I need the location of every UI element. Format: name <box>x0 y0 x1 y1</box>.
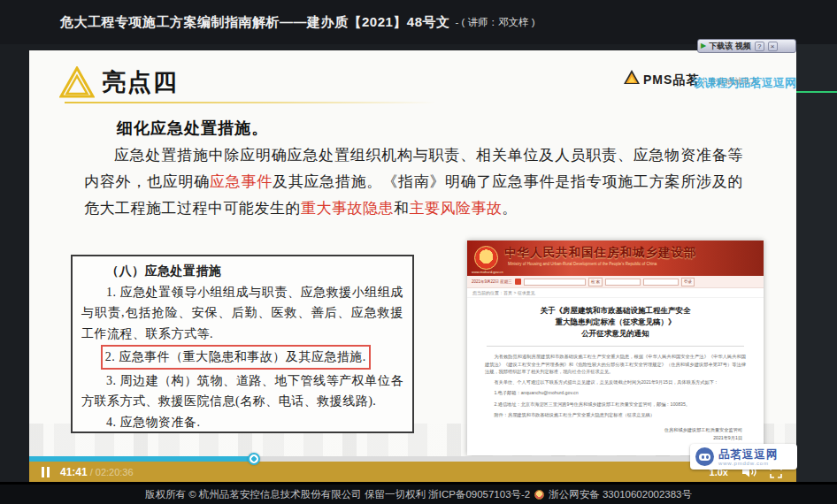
seek-bar[interactable] <box>29 456 796 462</box>
gov-password-input <box>643 279 679 286</box>
gov-username-input <box>605 279 641 286</box>
box-item-1: 1. 应急处置领导小组组成与职责、应急救援小组组成与职责,包括抢险、安保、后勤、… <box>81 282 403 345</box>
gov-doc-title-line: 关于《房屋建筑和市政基础设施工程生产安全 <box>485 305 746 317</box>
green-divider <box>796 91 837 93</box>
gov-search-button: 检 索 <box>588 278 603 286</box>
download-toolbar[interactable]: ▶ 下载该 视频 ? × <box>697 39 796 53</box>
progress-handle[interactable] <box>248 453 260 465</box>
highlight-header: 亮点四 <box>59 66 449 103</box>
gov-doc-title-line: 公开征求意见的通知 <box>485 328 746 340</box>
player-controls: 41:41 / 02:20:36 1.0x <box>29 462 796 482</box>
course-watermark: 该课程为品茗逗逗网ww <box>693 75 796 91</box>
gov-breadcrumb: 您当前的位置：首页 > 征求意见 <box>467 288 764 298</box>
pmddw-url: www.pmddw.com <box>718 461 779 466</box>
doc-divider <box>487 346 744 347</box>
app-window: 危大工程专项施工方案编制指南解析——建办质【2021】48号文 - ( 讲师：邓… <box>0 0 837 504</box>
paragraph-red-term: 主要风险事故 <box>410 200 503 217</box>
mohurd-toolbar: 2021年9月22日 星期三 检 索 登录 <box>467 276 764 288</box>
gov-doc-title-line: 重大隐患判定标准（征求意见稿）》 <box>485 317 746 328</box>
section-heading: 细化应急处置措施。 <box>117 118 268 139</box>
gov-doc-paragraph: 为有效防范和遏制房屋建筑和市政基础设施工程生产安全重大隐患，根据《中华人民共和国… <box>485 353 746 376</box>
gov-doc-signature: 住房和城乡建设部工程质量安全监管司 <box>485 427 746 433</box>
brand-name: PMS品茗 <box>643 73 699 88</box>
copyright-text: 版权所有 © 杭州品茗安控信息技术股份有限公司 保留一切权利 浙ICP备0905… <box>145 488 530 501</box>
download-video-button[interactable]: 下载该 视频 <box>709 41 751 52</box>
box-heading: （八）应急处置措施 <box>81 261 403 282</box>
pmddw-mascot-icon <box>695 447 714 466</box>
box-item-4: 4. 应急物资准备. <box>81 412 403 433</box>
police-badge-icon <box>534 490 544 500</box>
video-instructor: - ( 讲师：邓文梓 ) <box>456 16 535 29</box>
gov-search-icon <box>515 279 521 285</box>
gov-doc-attachment: 附件：房屋建筑和市政基础设施工程生产安全重大隐患判定标准（征求意见稿） <box>485 411 746 419</box>
help-button[interactable]: ? <box>755 42 764 51</box>
paragraph-segment: 。 <box>503 200 518 217</box>
paragraph-segment: 和 <box>394 200 410 217</box>
gov-doc-email: 1.电子邮箱：anquanchu@mohurd.gov.cn <box>485 389 746 397</box>
ministry-title: 中华人民共和国住房和城乡建设部 <box>504 245 697 261</box>
video-title: 危大工程专项施工方案编制指南解析——建办质【2021】48号文 <box>60 14 450 31</box>
gov-doc-paragraph: 有关单位、个人可通过以下联系方式提出意见建议，意见反馈截止时间为2021年9月1… <box>485 378 746 386</box>
pms-triangle-icon <box>624 70 640 84</box>
footer-bar: 版权所有 © 杭州品茗安控信息技术股份有限公司 保留一切权利 浙ICP备0905… <box>0 485 837 504</box>
highlight-underline <box>65 102 436 103</box>
current-time: 41:41 <box>60 466 88 478</box>
paragraph-red-term: 重大事故隐患 <box>301 200 394 217</box>
pause-button[interactable] <box>42 467 50 477</box>
mohurd-banner: 中华人民共和国住房和城乡建设部 Ministry of Housing and … <box>467 241 764 276</box>
box-item-2-highlighted: 2. 应急事件（重大隐患和事故）及其应急措施. <box>101 345 371 370</box>
time-separator: / <box>90 467 93 477</box>
pmddw-name: 品茗逗逗网 <box>718 448 779 461</box>
highlight-title: 亮点四 <box>102 66 179 98</box>
gov-doc-body: 关于《房屋建筑和市政基础设施工程生产安全 重大隐患判定标准（征求意见稿）》 公开… <box>467 298 764 441</box>
title-bar: 危大工程专项施工方案编制指南解析——建办质【2021】48号文 - ( 讲师：邓… <box>0 0 837 44</box>
slide-paragraph: 应急处置措施中除应明确应急处置组织机构与职责、相关单位及人员职责、应急物资准备等… <box>84 142 743 222</box>
gov-search-input <box>524 279 586 286</box>
gov-document-image: 中华人民共和国住房和城乡建设部 Ministry of Housing and … <box>467 241 764 455</box>
close-button[interactable]: × <box>768 42 778 51</box>
box-item-2-text: 2. 应急事件（重大隐患和事故）及其应急措施. <box>105 350 366 363</box>
play-icon: ▶ <box>701 42 706 50</box>
ministry-url: www.mohurd.gov.cn <box>472 270 503 274</box>
gov-login-button: 登录 <box>681 278 695 286</box>
highlight-triangle-icon <box>59 66 95 98</box>
total-duration: 02:20:36 <box>96 467 134 477</box>
gov-doc-date: 2021年9月1日 <box>485 435 746 441</box>
emergency-measures-box: （八）应急处置措施 1. 应急处置领导小组组成与职责、应急救援小组组成与职责,包… <box>71 255 414 433</box>
video-player-area[interactable]: PMS品茗 | 专业成就非凡 该课程为品茗逗逗网ww 亮点四 细化应急处置措施。… <box>29 50 796 482</box>
box-item-3: 3. 周边建（构）筑物、道路、地下管线等产权单位各方联系方式、救援医院信息(名称… <box>81 370 403 412</box>
toolbar-date: 2021年9月22日 星期三 <box>472 279 512 284</box>
right-panel <box>796 44 837 482</box>
police-record-text: 浙公网安备 33010602002383号 <box>549 488 692 501</box>
paragraph-red-term: 应急事件 <box>210 173 273 190</box>
gov-doc-address: 2.通信地址：北京市海淀区三里河路9号住房和城乡建设部工程质量安全监管司，邮编：… <box>485 401 746 409</box>
pmddw-logo: 品茗逗逗网 www.pmddw.com <box>690 444 797 470</box>
progress-fill <box>29 456 254 462</box>
ministry-title-en: Ministry of Housing and Urban-Rural Deve… <box>508 262 657 266</box>
national-emblem-icon <box>474 246 498 270</box>
